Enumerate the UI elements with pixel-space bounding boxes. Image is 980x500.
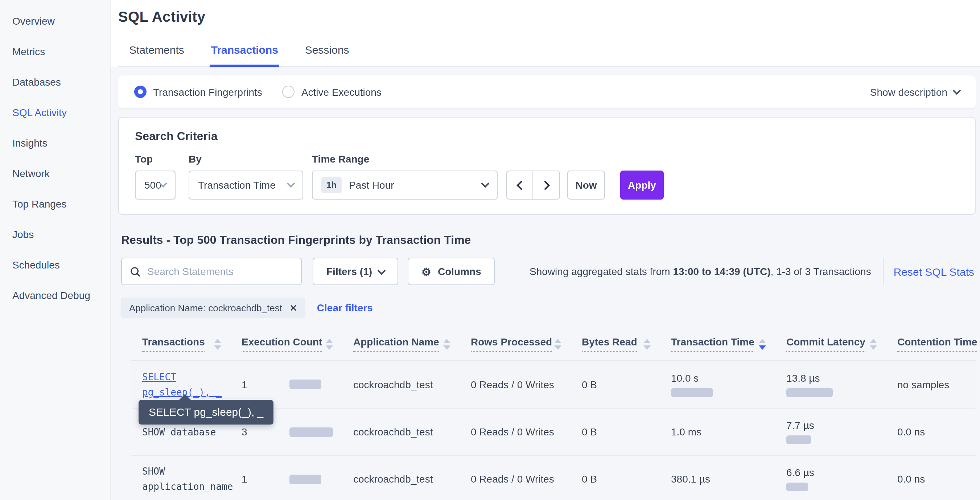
table-row: SHOW application_name1cockroachdb_test0 …	[131, 456, 976, 500]
sidebar-item-top-ranges[interactable]: Top Ranges	[0, 189, 110, 219]
contention-time-cell: 0.0 ns	[897, 473, 974, 485]
tab-statements[interactable]: Statements	[128, 38, 186, 67]
application-name-filter-chip[interactable]: Application Name: cockroachdb_test ✕	[121, 298, 305, 318]
column-header-transactions[interactable]: Transactions	[131, 336, 242, 352]
radio-transaction-fingerprints[interactable]: Transaction Fingerprints	[134, 86, 262, 98]
column-header-execution-count[interactable]: Execution Count	[242, 336, 353, 352]
commit-latency-value: 7.7 µs	[786, 419, 891, 431]
column-header-bytes-read[interactable]: Bytes Read	[582, 336, 671, 352]
column-header-contention-time[interactable]: Contention Time	[897, 336, 974, 352]
close-icon[interactable]: ✕	[290, 302, 298, 313]
transaction-time-cell: 1.0 ms	[671, 426, 786, 438]
column-header-label[interactable]: Application Name	[353, 336, 439, 352]
rows-processed-cell: 0 Reads / 0 Writes	[471, 473, 582, 485]
contention-time-cell: 0.0 ns	[897, 426, 974, 438]
content-area: Transaction Fingerprints Active Executio…	[111, 67, 980, 500]
radio-active-executions[interactable]: Active Executions	[283, 86, 382, 98]
contention-time-cell: no samples	[897, 379, 974, 390]
sidebar-item-advanced-debug[interactable]: Advanced Debug	[0, 280, 110, 311]
tab-bar: Statements Transactions Sessions	[118, 38, 980, 67]
filter-chip-label: Application Name: cockroachdb_test	[129, 302, 282, 313]
next-time-button[interactable]	[533, 171, 559, 199]
sort-icon[interactable]	[326, 339, 333, 350]
time-range-badge: 1h	[321, 177, 342, 193]
query-tooltip: SELECT pg_sleep(_), _	[138, 400, 274, 425]
column-header-label[interactable]: Contention Time	[897, 336, 977, 352]
sidebar-item-sql-activity[interactable]: SQL Activity	[0, 97, 110, 128]
time-range-select[interactable]: 1h Past Hour	[312, 170, 498, 199]
sidebar-item-schedules[interactable]: Schedules	[0, 250, 110, 280]
by-select-value: Transaction Time	[198, 179, 276, 191]
bytes-read-cell: 0 B	[582, 379, 671, 390]
by-field: By Transaction Time	[189, 153, 312, 199]
sidebar-item-jobs[interactable]: Jobs	[0, 219, 110, 250]
time-range-label: Time Range	[312, 153, 506, 165]
tab-sessions[interactable]: Sessions	[304, 38, 351, 67]
radio-selected-icon	[134, 86, 146, 98]
search-criteria-title: Search Criteria	[135, 130, 959, 143]
execution-count-value: 3	[242, 426, 290, 438]
sidebar-item-overview[interactable]: Overview	[0, 6, 110, 36]
sort-icon[interactable]	[554, 339, 562, 350]
transaction-time-value: 380.1 µs	[671, 473, 781, 485]
column-header-rows-processed[interactable]: Rows Processed	[471, 336, 582, 352]
filter-chip-row: Application Name: cockroachdb_test ✕ Cle…	[121, 298, 976, 318]
sort-icon[interactable]	[214, 339, 221, 350]
top-select[interactable]: 500	[135, 170, 175, 199]
apply-button[interactable]: Apply	[620, 170, 664, 199]
top-select-value: 500	[144, 179, 161, 191]
commit-latency-cell: 6.6 µs	[786, 467, 897, 491]
top-label: Top	[135, 153, 189, 165]
search-statements-box	[121, 258, 302, 285]
columns-button[interactable]: ⚙ Columns	[408, 258, 495, 285]
column-header-commit-latency[interactable]: Commit Latency	[786, 336, 897, 352]
application-name-cell: cockroachdb_test	[353, 379, 471, 390]
chevron-down-icon	[377, 267, 386, 275]
column-header-label[interactable]: Transaction Time	[671, 336, 754, 352]
results-title: Results - Top 500 Transaction Fingerprin…	[121, 234, 976, 247]
column-header-application-name[interactable]: Application Name	[353, 336, 471, 352]
column-header-label[interactable]: Transactions	[142, 336, 205, 352]
column-header-label[interactable]: Commit Latency	[786, 336, 865, 352]
sidebar-item-databases[interactable]: Databases	[0, 67, 110, 97]
previous-time-button[interactable]	[507, 171, 533, 199]
rows-processed-cell: 0 Reads / 0 Writes	[471, 379, 582, 390]
bytes-read-cell: 0 B	[582, 473, 671, 485]
execution-count-value: 1	[242, 473, 290, 485]
reset-sql-stats-link[interactable]: Reset SQL Stats	[894, 265, 976, 277]
show-description-toggle[interactable]: Show description	[870, 86, 960, 98]
column-header-label[interactable]: Execution Count	[242, 336, 322, 352]
chevron-right-icon	[540, 180, 549, 189]
tab-transactions[interactable]: Transactions	[210, 38, 280, 67]
commit-latency-bar	[786, 482, 808, 491]
column-header-label[interactable]: Rows Processed	[471, 336, 552, 352]
search-criteria-row: Top 500 By Transaction Time	[135, 153, 959, 199]
sidebar-item-insights[interactable]: Insights	[0, 128, 110, 158]
aggregated-stats-text: Showing aggregated stats from 13:00 to 1…	[530, 266, 871, 277]
transaction-fingerprint-cell: SHOW application_name	[131, 464, 242, 494]
by-select[interactable]: Transaction Time	[189, 170, 303, 199]
sort-icon[interactable]	[870, 339, 877, 350]
execution-count-bar	[290, 427, 333, 436]
column-header-transaction-time[interactable]: Transaction Time	[671, 336, 786, 352]
execution-count-cell: 1	[242, 473, 353, 485]
filters-button[interactable]: Filters (1)	[313, 258, 398, 285]
sort-icon[interactable]	[643, 339, 651, 350]
time-range-field: Time Range 1h Past Hour	[312, 153, 506, 199]
search-statements-input[interactable]	[147, 266, 293, 277]
search-criteria-card: Search Criteria Top 500 By T	[118, 117, 976, 215]
sort-icon[interactable]	[443, 339, 450, 350]
sidebar-item-metrics[interactable]: Metrics	[0, 36, 110, 67]
sidebar-item-network[interactable]: Network	[0, 158, 110, 189]
column-header-label[interactable]: Bytes Read	[582, 336, 637, 352]
commit-latency-value: 6.6 µs	[786, 467, 891, 478]
radio-label: Active Executions	[301, 86, 382, 98]
transaction-query-link[interactable]: SELECT pg_sleep(_), _	[142, 371, 222, 397]
by-label: By	[189, 153, 312, 165]
execution-count-cell: 3	[242, 426, 353, 438]
filters-label: Filters (1)	[326, 266, 372, 277]
execution-count-cell: 1	[242, 379, 353, 390]
now-button[interactable]: Now	[567, 170, 605, 199]
sort-icon[interactable]	[759, 339, 766, 350]
clear-filters-link[interactable]: Clear filters	[317, 302, 373, 314]
